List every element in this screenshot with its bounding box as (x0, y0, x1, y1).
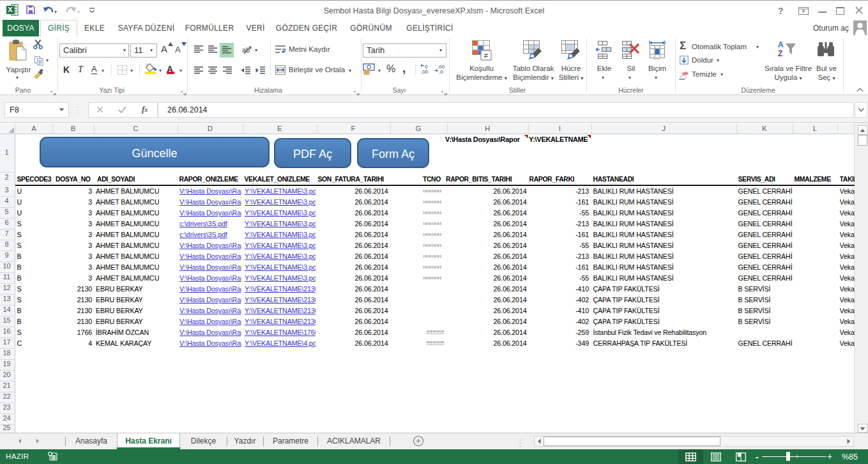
svg-text:,0: ,0 (439, 69, 443, 74)
svg-text:A: A (778, 40, 784, 49)
svg-text:≠: ≠ (484, 51, 489, 60)
svg-text:Z: Z (778, 49, 782, 58)
svg-text:,00: ,00 (421, 69, 429, 74)
